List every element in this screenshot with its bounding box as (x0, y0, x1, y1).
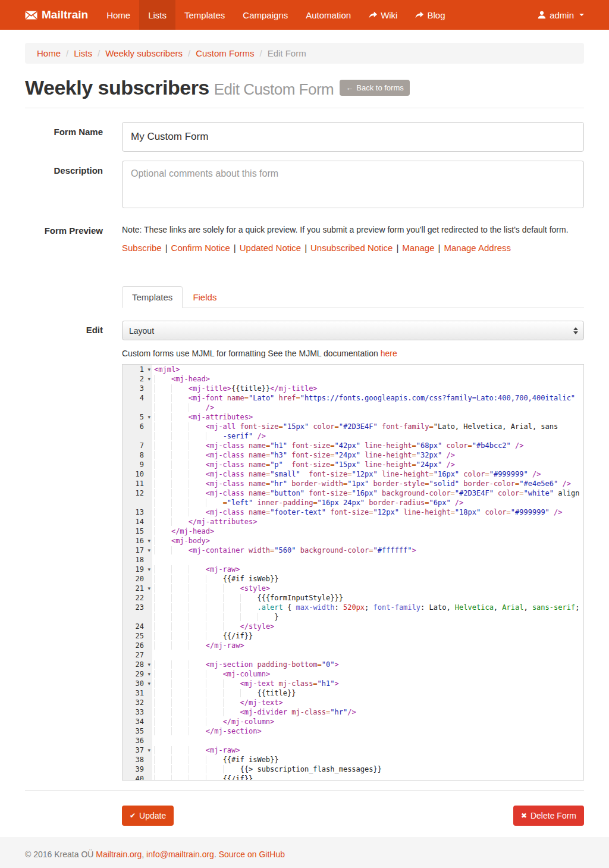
code-line[interactable]: -serif" /> (152, 431, 583, 441)
code-line[interactable]: <mj-raw> (152, 745, 583, 755)
nav-item-home[interactable]: Home (98, 0, 139, 30)
code-line[interactable]: </style> (152, 622, 583, 631)
nav-item-automation[interactable]: Automation (297, 0, 360, 30)
code-line[interactable] (152, 650, 583, 660)
update-button[interactable]: ✔Update (122, 806, 174, 826)
fold-arrow-icon[interactable]: ▾ (147, 375, 150, 383)
tab-fields[interactable]: Fields (183, 286, 227, 308)
preview-link-manage-address[interactable]: Manage Address (444, 243, 511, 253)
fold-arrow-icon[interactable]: ▾ (147, 537, 150, 545)
code-line[interactable]: <mj-column> (152, 669, 583, 679)
mjml-docs-link[interactable]: here (381, 349, 397, 358)
preview-link-unsubscribed-notice[interactable]: Unsubscribed Notice (310, 243, 393, 253)
code-row: 29▾ <mj-column> (123, 669, 583, 679)
code-line[interactable]: <mj-attributes> (152, 412, 583, 422)
code-line[interactable] (152, 555, 583, 565)
breadcrumb-weekly-subscribers[interactable]: Weekly subscribers (105, 48, 183, 58)
code-line[interactable]: <mj-divider mj-class="hr"/> (152, 707, 583, 717)
code-line[interactable]: <mj-all font-size="15px" color="#2D3E4F"… (152, 422, 583, 431)
code-line[interactable]: <mj-class name="footer-text" font-size="… (152, 507, 583, 517)
preview-link-updated-notice[interactable]: Updated Notice (240, 243, 301, 253)
breadcrumb-home[interactable]: Home (37, 48, 61, 58)
fold-arrow-icon[interactable]: ▾ (147, 546, 150, 554)
code-line[interactable]: <mj-class name="h1" font-size="42px" lin… (152, 441, 583, 450)
preview-link-manage[interactable]: Manage (402, 243, 434, 253)
code-line[interactable]: <mj-class name="p" font-size="15px" line… (152, 460, 583, 469)
code-line[interactable]: <mj-class name="h3" font-size="24px" lin… (152, 450, 583, 460)
code-row: 25 {{/if}} (123, 631, 583, 641)
code-line[interactable]: {{#if isWeb}} (152, 755, 583, 764)
code-line[interactable]: </mj-attributes> (152, 517, 583, 527)
code-line[interactable]: <mj-raw> (152, 565, 583, 574)
description-label: Description (25, 161, 103, 211)
tab-templates[interactable]: Templates (122, 286, 183, 308)
user-menu[interactable]: admin (538, 0, 584, 30)
code-line[interactable]: {{#if isWeb}} (152, 574, 583, 584)
nav-item-campaigns[interactable]: Campaigns (234, 0, 297, 30)
fold-arrow-icon[interactable]: ▾ (147, 746, 150, 754)
form-name-input[interactable] (122, 122, 584, 152)
fold-arrow-icon[interactable]: ▾ (147, 565, 150, 574)
mailtrain-logo-icon (25, 11, 37, 20)
code-line[interactable]: <mjml> (152, 365, 583, 374)
nav-item-lists[interactable]: Lists (139, 0, 175, 30)
fold-arrow-icon[interactable]: ▾ (147, 413, 150, 421)
code-line[interactable]: <mj-font name="Lato" href="https://fonts… (152, 393, 583, 403)
breadcrumb-lists[interactable]: Lists (74, 48, 92, 58)
code-line[interactable]: {{/if}} (152, 631, 583, 641)
code-line[interactable]: <mj-text mj-class="h1"> (152, 679, 583, 688)
code-line[interactable] (152, 736, 583, 745)
code-line[interactable]: <mj-head> (152, 374, 583, 384)
nav-item-templates[interactable]: Templates (175, 0, 234, 30)
code-line[interactable]: </mj-section> (152, 726, 583, 736)
fold-arrow-icon[interactable]: ▾ (147, 660, 150, 669)
code-line[interactable]: </mj-raw> (152, 641, 583, 650)
code-line[interactable]: <mj-class name="hr" border-width="1px" b… (152, 479, 583, 488)
code-line[interactable]: .alert { max-width: 520px; font-family: … (152, 603, 583, 612)
description-textarea[interactable] (122, 161, 584, 208)
fold-arrow-icon[interactable]: ▾ (147, 679, 150, 688)
code-row: /> (123, 403, 583, 412)
code-row: 2▾ <mj-head> (123, 374, 583, 384)
preview-link-subscribe[interactable]: Subscribe (122, 243, 162, 253)
back-to-forms-button[interactable]: ←Back to forms (340, 80, 409, 96)
gutter-cell: 13 (123, 507, 152, 517)
breadcrumb-custom-forms[interactable]: Custom Forms (196, 48, 254, 58)
nav-item-wiki[interactable]: Wiki (360, 0, 406, 30)
brand[interactable]: Mailtrain (25, 0, 98, 30)
gutter-cell: 10 (123, 469, 152, 479)
code-line[interactable]: <mj-class name="button" font-size="16px"… (152, 488, 583, 498)
code-line[interactable]: {{> subscription_flash_messages}} (152, 764, 583, 774)
fold-arrow-icon[interactable]: ▾ (147, 365, 150, 374)
code-line[interactable]: {{/if}} (152, 774, 583, 781)
code-line[interactable]: </mj-text> (152, 698, 583, 707)
footer-link-github[interactable]: Source on GitHub (219, 850, 285, 859)
code-editor[interactable]: 1▾<mjml>2▾ <mj-head>3 <mj-title>{{title}… (122, 364, 584, 781)
code-line[interactable]: /> (152, 403, 583, 412)
edit-template-select[interactable]: Layout (122, 321, 584, 340)
code-line[interactable]: <mj-container width="560" background-col… (152, 546, 583, 555)
code-line[interactable]: <mj-body> (152, 536, 583, 546)
code-line[interactable]: {{{formInputStyle}}} (152, 593, 583, 603)
code-line[interactable]: {{title}} (152, 688, 583, 698)
code-row: 8 <mj-class name="h3" font-size="24px" l… (123, 450, 583, 460)
footer-link-mailtrain[interactable]: Mailtrain.org (96, 850, 142, 859)
link-separator: | (438, 243, 441, 253)
code-line[interactable]: <mj-title>{{title}}</mj-title> (152, 384, 583, 393)
footer-link-email[interactable]: info@mailtrain.org (146, 850, 214, 859)
code-line[interactable]: </mj-column> (152, 717, 583, 726)
code-line[interactable]: <mj-class name="small" font-size="12px" … (152, 469, 583, 479)
fold-arrow-icon[interactable]: ▾ (147, 584, 150, 593)
form-preview-label: Form Preview (25, 225, 103, 253)
code-line[interactable]: ="left" inner-padding="16px 24px" border… (152, 498, 583, 507)
mjml-note: Custom forms use MJML for formatting See… (122, 349, 584, 358)
preview-links: Subscribe|Confirm Notice|Updated Notice|… (122, 243, 584, 253)
code-line[interactable]: } (152, 612, 583, 622)
code-line[interactable]: <mj-section padding-bottom="0"> (152, 660, 583, 669)
nav-item-blog[interactable]: Blog (406, 0, 454, 30)
fold-arrow-icon[interactable]: ▾ (147, 670, 150, 678)
preview-link-confirm-notice[interactable]: Confirm Notice (171, 243, 230, 253)
code-line[interactable]: </mj-head> (152, 527, 583, 536)
delete-form-button[interactable]: ✖Delete Form (513, 806, 584, 826)
code-line[interactable]: <style> (152, 584, 583, 593)
